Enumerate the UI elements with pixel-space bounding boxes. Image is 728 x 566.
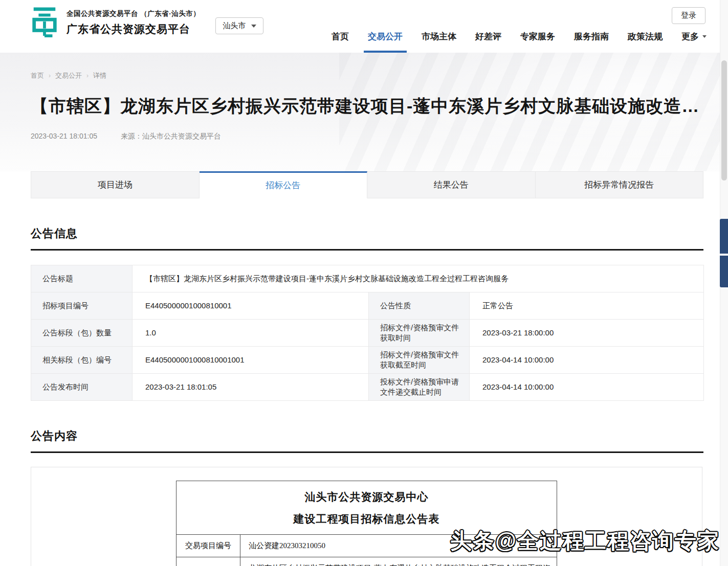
info-value: E4405000001000810001 [133,292,369,320]
tab-abnormal-report[interactable]: 招标异常情况报告 [536,171,704,198]
announcement-content-title: 公告内容 [31,429,78,442]
info-value: 2023-03-21 18:01:05 [133,374,369,401]
doc-title-line-1: 汕头市公共资源交易中心 [177,486,557,508]
info-value: 2023-04-14 10:00:00 [470,374,704,401]
page-title: 【市辖区】龙湖东片区乡村振兴示范带建设项目-蓬中东溪片乡村文脉基础设施改造工程全… [31,95,706,118]
table-row: 公告发布时间 2023-03-21 18:01:05 投标文件/资格预审申请文件… [31,374,704,401]
main-content: 公告信息 公告标题 【市辖区】龙湖东片区乡村振兴示范带建设项目-蓬中东溪片乡村文… [0,226,728,566]
detail-tabs: 项目进场 招标公告 结果公告 招标异常情况报告 [31,171,703,198]
info-value: 1.0 [133,320,369,347]
login-button[interactable]: 登录 [672,7,705,24]
tab-project-entry[interactable]: 项目进场 [31,171,200,198]
info-value: 【市辖区】龙湖东片区乡村振兴示范带建设项目-蓬中东溪片乡村文脉基础设施改造工程全… [133,265,704,292]
site-logo-icon[interactable] [30,6,59,39]
floating-side-widget[interactable] [720,219,728,254]
info-label: 招标项目编号 [31,292,133,320]
table-row: 公告标题 【市辖区】龙湖东片区乡村振兴示范带建设项目-蓬中东溪片乡村文脉基础设施… [31,265,704,292]
city-selector-value: 汕头市 [223,21,246,31]
nav-item-home[interactable]: 首页 [332,20,349,53]
nav-item-ratings[interactable]: 好差评 [475,20,501,53]
tab-tender-announcement[interactable]: 招标公告 [200,171,368,198]
table-row: 工程名称 龙湖东片区乡村振兴示范带建设项目-蓬中东溪片乡村文脉基础设施改造工程全… [177,557,557,566]
breadcrumb-separator: › [49,72,51,79]
breadcrumb-home[interactable]: 首页 [31,71,44,80]
article-source: 来源：汕头市公共资源交易平台 [121,132,221,141]
info-value: 2023-03-21 18:00:00 [470,320,704,347]
info-label: 投标文件/资格预审申请文件递交截止时间 [369,374,470,401]
info-label: 公告标题 [31,265,133,292]
nav-item-trade-public[interactable]: 交易公开 [368,20,403,53]
table-row: 公告标段（包）数量 1.0 招标文件/资格预审文件获取时间 2023-03-21… [31,320,704,347]
info-value: E4405000001000810001001 [133,347,369,374]
site-header: 全国公共资源交易平台 （广东省·汕头市） 广东省公共资源交易平台 汕头市 首页 … [0,0,728,53]
publish-time: 2023-03-21 18:01:05 [31,132,97,141]
announcement-info-table: 公告标题 【市辖区】龙湖东片区乡村振兴示范带建设项目-蓬中东溪片乡村文脉基础设施… [31,265,704,401]
breadcrumb-trade-public[interactable]: 交易公开 [55,71,82,80]
announcement-info-title: 公告信息 [31,227,78,240]
nav-more-label: 更多 [681,31,699,42]
nav-item-more[interactable]: 更多 [681,20,707,53]
doc-label: 交易项目编号 [177,535,240,557]
announcement-content-section-head: 公告内容 [31,428,703,453]
article-banner: 首页 › 交易公开 › 详情 【市辖区】龙湖东片区乡村振兴示范带建设项目-蓬中东… [0,53,728,171]
info-label: 招标文件/资格预审文件获取时间 [369,320,470,347]
breadcrumb-current: 详情 [93,71,106,80]
nav-item-market-entities[interactable]: 市场主体 [422,20,456,53]
city-selector[interactable]: 汕头市 [215,17,263,34]
chevron-down-icon [251,25,256,28]
scrollbar-thumb[interactable] [721,60,727,180]
info-value: 正常公告 [470,292,704,320]
nav-item-expert-services[interactable]: 专家服务 [520,20,555,53]
doc-label: 工程名称 [177,557,240,566]
breadcrumb-separator: › [86,72,89,79]
info-label: 招标文件/资格预审文件获取截至时间 [369,347,470,374]
nav-item-service-guide[interactable]: 服务指南 [574,20,609,53]
table-row: 招标项目编号 E4405000001000810001 公告性质 正常公告 [31,292,704,320]
info-label: 公告性质 [369,292,470,320]
nav-item-policies[interactable]: 政策法规 [628,20,663,53]
site-branding: 全国公共资源交易平台 （广东省·汕头市） 广东省公共资源交易平台 汕头市 [30,6,263,39]
announcement-info-section-head: 公告信息 [31,226,703,251]
article-meta: 2023-03-21 18:01:05 来源：汕头市公共资源交易平台 [31,132,728,141]
tab-result-announcement[interactable]: 结果公告 [367,171,536,198]
chevron-down-icon [702,35,707,38]
info-value: 2023-04-14 10:00:00 [470,347,704,374]
breadcrumb: 首页 › 交易公开 › 详情 [31,53,728,80]
site-name-large: 广东省公共资源交易平台 [67,22,200,36]
floating-side-widget[interactable] [720,256,728,287]
site-title-block: 全国公共资源交易平台 （广东省·汕头市） 广东省公共资源交易平台 [67,6,200,36]
table-row: 相关标段（包）编号 E4405000001000810001001 招标文件/资… [31,347,704,374]
main-nav: 首页 交易公开 市场主体 好差评 专家服务 服务指南 政策法规 更多 [332,20,707,53]
info-label: 相关标段（包）编号 [31,347,133,374]
info-label: 公告标段（包）数量 [31,320,133,347]
site-name-small: 全国公共资源交易平台 （广东省·汕头市） [67,9,200,18]
info-label: 公告发布时间 [31,374,133,401]
doc-value: 龙湖东片区乡村振兴示范带建设项目-蓬中东溪片乡村文脉基础设施改造工程全过程工程咨… [240,557,557,566]
watermark-text: 头条@全过程工程咨询专家 [450,527,720,555]
